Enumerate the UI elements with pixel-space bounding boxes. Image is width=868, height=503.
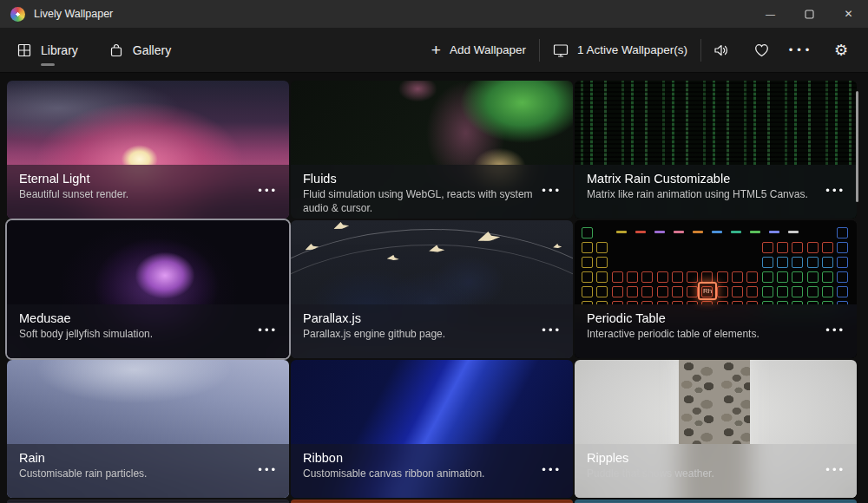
selected-tab-indicator: [41, 63, 55, 66]
wallpaper-subtitle: Matrix like rain animation using HTML5 C…: [587, 187, 857, 201]
wallpaper-title: Eternal Light: [19, 171, 289, 187]
wallpaper-card-matrix-rain[interactable]: Matrix Rain Customizable Matrix like rai…: [575, 81, 857, 219]
wallpaper-subtitle: Interactive periodic table of elements.: [587, 327, 857, 341]
more-button[interactable]: •••: [781, 28, 821, 72]
app-window: Lively Wallpaper — ✕ Library Gallery: [0, 0, 868, 503]
card-menu-button[interactable]: •••: [825, 183, 845, 196]
wallpaper-subtitle: Customisable canvas ribbon animation.: [303, 467, 573, 480]
nav-bar: Library Gallery + Add Wallpaper 1 Active…: [0, 28, 868, 73]
card-menu-button[interactable]: •••: [258, 183, 278, 196]
card-overlay: Matrix Rain Customizable Matrix like rai…: [575, 165, 857, 219]
card-overlay: Eternal Light Beautiful sunset render. •…: [7, 165, 289, 219]
library-grid-icon: [17, 43, 31, 57]
tab-library-label: Library: [41, 43, 78, 57]
card-menu-button[interactable]: •••: [258, 323, 278, 336]
wallpaper-title: Fluids: [303, 171, 573, 187]
wallpaper-subtitle: Fluid simulation using WebGL, reacts wit…: [303, 187, 573, 215]
wallpaper-card-partial[interactable]: [575, 500, 857, 503]
plus-icon: +: [431, 42, 441, 58]
wallpaper-subtitle: Soft body jellyfish simulation.: [19, 327, 289, 341]
maximize-icon: [805, 10, 814, 19]
wallpaper-card-periodic-table[interactable]: Rh Periodic Table Interactive periodic t…: [575, 220, 857, 358]
periodic-highlight-rh: Rh: [698, 282, 717, 300]
tab-library[interactable]: Library: [12, 28, 83, 72]
wallpaper-card-fluids[interactable]: Fluids Fluid simulation using WebGL, rea…: [291, 81, 573, 219]
ship-shape: [553, 244, 562, 248]
scrollbar-thumb[interactable]: [856, 91, 858, 202]
heart-icon: [754, 43, 769, 57]
tab-gallery[interactable]: Gallery: [104, 28, 176, 72]
card-overlay: Fluids Fluid simulation using WebGL, rea…: [291, 165, 573, 219]
speaker-icon: [713, 43, 729, 57]
wallpaper-title: Medusae: [19, 310, 289, 327]
card-overlay: Periodic Table Interactive periodic tabl…: [575, 304, 857, 358]
wallpaper-subtitle: Customisable rain particles.: [19, 467, 289, 480]
wallpaper-subtitle: Beautiful sunset render.: [19, 187, 289, 201]
card-menu-button[interactable]: •••: [825, 462, 845, 475]
card-overlay: Ribbon Customisable canvas ribbon animat…: [291, 444, 573, 498]
card-menu-button[interactable]: •••: [542, 462, 562, 475]
wallpaper-card-partial[interactable]: [291, 500, 573, 503]
settings-button[interactable]: ⚙: [821, 28, 861, 72]
wallpaper-card-ribbon[interactable]: Ribbon Customisable canvas ribbon animat…: [291, 360, 573, 498]
ship-shape: [332, 220, 349, 229]
wallpaper-title: Ribbon: [303, 450, 573, 467]
library-content: Eternal Light Beautiful sunset render. •…: [0, 73, 868, 503]
close-button[interactable]: ✕: [829, 0, 868, 28]
add-wallpaper-label: Add Wallpaper: [450, 43, 526, 56]
active-wallpapers-label: 1 Active Wallpaper(s): [577, 43, 687, 56]
title-bar: Lively Wallpaper — ✕: [0, 0, 868, 28]
gear-icon: ⚙: [834, 41, 848, 60]
wallpaper-card-partial[interactable]: [7, 500, 289, 503]
card-overlay: Ripples Puddle that shows weather. •••: [575, 444, 857, 498]
wallpaper-title: Rain: [19, 450, 289, 467]
audio-button[interactable]: [701, 28, 741, 72]
wallpaper-subtitle: Puddle that shows weather.: [587, 467, 857, 480]
gallery-bag-icon: [109, 43, 123, 57]
card-menu-button[interactable]: •••: [542, 323, 562, 336]
minimize-icon: —: [766, 9, 775, 19]
wallpaper-title: Ripples: [587, 450, 857, 467]
card-menu-button[interactable]: •••: [258, 462, 278, 475]
monitor-icon: [553, 43, 569, 57]
card-overlay: Medusae Soft body jellyfish simulation. …: [7, 304, 289, 358]
close-icon: ✕: [844, 8, 852, 20]
wallpaper-title: Parallax.js: [303, 310, 573, 327]
more-icon: •••: [789, 43, 814, 56]
add-wallpaper-button[interactable]: + Add Wallpaper: [418, 28, 539, 72]
active-wallpapers-button[interactable]: 1 Active Wallpaper(s): [540, 28, 700, 72]
card-menu-button[interactable]: •••: [542, 183, 562, 196]
card-menu-button[interactable]: •••: [825, 323, 845, 336]
favorites-button[interactable]: [741, 28, 781, 72]
tab-gallery-label: Gallery: [133, 43, 171, 57]
window-controls: — ✕: [751, 0, 868, 28]
wallpaper-title: Periodic Table: [587, 310, 857, 327]
app-logo-icon: [10, 7, 25, 22]
wallpaper-card-eternal-light[interactable]: Eternal Light Beautiful sunset render. •…: [7, 81, 289, 219]
wallpaper-card-ripples[interactable]: Ripples Puddle that shows weather. •••: [575, 360, 857, 498]
wallpaper-subtitle: Parallax.js engine github page.: [303, 327, 573, 341]
minimize-button[interactable]: —: [751, 0, 790, 28]
wallpaper-grid: Eternal Light Beautiful sunset render. •…: [0, 73, 868, 503]
wallpaper-card-rain[interactable]: Rain Customisable rain particles. •••: [7, 360, 289, 498]
wallpaper-title: Matrix Rain Customizable: [587, 171, 857, 187]
wallpaper-card-parallax[interactable]: Parallax.js Parallax.js engine github pa…: [291, 220, 573, 358]
maximize-button[interactable]: [790, 0, 829, 28]
window-title: Lively Wallpaper: [34, 8, 113, 20]
card-overlay: Rain Customisable rain particles. •••: [7, 444, 289, 498]
wallpaper-card-medusae[interactable]: Medusae Soft body jellyfish simulation. …: [7, 220, 289, 358]
card-overlay: Parallax.js Parallax.js engine github pa…: [291, 304, 573, 358]
